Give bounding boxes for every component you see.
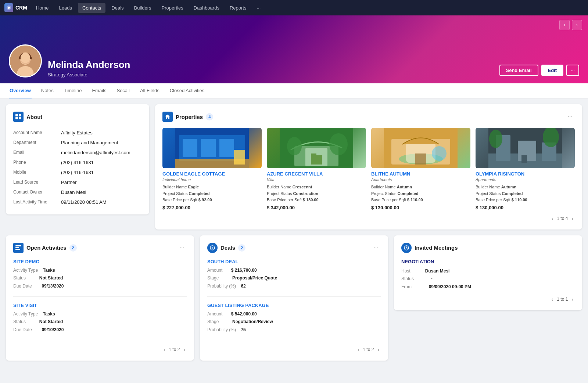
- activities-pagination: ‹ 1 to 2 ›: [13, 346, 187, 353]
- open-activities-card: Open Activities 2 ··· SITE DEMO Activity…: [6, 235, 194, 361]
- meetings-prev-button[interactable]: ‹: [550, 296, 555, 303]
- deal-name-guest[interactable]: GUEST LISTING PACKAGE: [207, 303, 381, 308]
- tab-all-fields[interactable]: All Fields: [139, 83, 160, 98]
- deals-prev-button[interactable]: ‹: [356, 346, 361, 353]
- svg-rect-36: [521, 155, 527, 163]
- about-row-lead-source: Lead Source Partner: [13, 177, 142, 187]
- avatar: [9, 44, 42, 77]
- profile-name: Melinda Anderson: [48, 59, 130, 71]
- property-price-golden-eagle: $ 227,000.00: [162, 205, 262, 210]
- activity-detail-site-visit: Activity Type Tasks Status Not Started D…: [13, 310, 187, 334]
- about-row-department: Department Planning and Management: [13, 138, 142, 148]
- activities-next-button[interactable]: ›: [182, 346, 187, 353]
- property-image-azure: [267, 128, 366, 168]
- property-item-golden-eagle[interactable]: GOLDEN EAGLE COTTAGE Individual home Bui…: [162, 128, 262, 210]
- activities-page-info: 1 to 2: [169, 347, 180, 352]
- property-detail-golden-eagle: Builder Name Eagle Project Status Comple…: [162, 184, 262, 203]
- nav-builders[interactable]: Builders: [130, 3, 156, 13]
- nav-leads[interactable]: Leads: [55, 3, 76, 13]
- about-title: About: [26, 114, 42, 120]
- tab-emails[interactable]: Emails: [91, 83, 107, 98]
- properties-next-button[interactable]: ›: [570, 215, 575, 222]
- nav-properties[interactable]: Properties: [157, 3, 188, 13]
- about-value-lead-source: Partner: [61, 177, 142, 187]
- about-label-activity: Last Activity Time: [13, 197, 61, 207]
- nav-home[interactable]: Home: [32, 3, 53, 13]
- profile-title: Strategy Associate: [48, 72, 130, 77]
- nav-more[interactable]: ···: [252, 3, 265, 13]
- properties-count: 4: [206, 113, 213, 120]
- banner-controls: ‹ ›: [559, 20, 582, 30]
- property-item-blithe[interactable]: BLITHE AUTUMN Apartments Builder Name Au…: [371, 128, 470, 210]
- svg-point-22: [329, 133, 348, 155]
- more-options-button[interactable]: ···: [566, 65, 579, 76]
- property-image-golden-eagle: [162, 128, 262, 168]
- edit-button[interactable]: Edit: [541, 65, 564, 76]
- deals-next-button[interactable]: ›: [376, 346, 381, 353]
- about-icon: [13, 112, 24, 122]
- svg-rect-37: [15, 245, 21, 246]
- activity-name-site-demo[interactable]: SITE DEMO: [13, 259, 187, 264]
- invited-meetings-card: Invited Meetings NEGOTIATION Host Dusan …: [394, 235, 582, 310]
- meetings-card-header: Invited Meetings: [401, 243, 575, 253]
- property-price-azure: $ 342,000.00: [267, 205, 366, 210]
- banner-next-button[interactable]: ›: [572, 20, 582, 30]
- property-item-azure[interactable]: AZURE CRECENT VILLA Villa Builder Name C…: [267, 128, 366, 210]
- svg-rect-38: [15, 247, 19, 248]
- properties-title: Properties: [176, 114, 203, 120]
- deal-item-south: SOUTH DEAL Amount $ 216,700.00 Stage Pro…: [207, 259, 381, 297]
- nav-dashboards[interactable]: Dashboards: [189, 3, 224, 13]
- svg-point-28: [432, 146, 447, 161]
- deals-title: Deals: [220, 245, 235, 251]
- about-label-lead-source: Lead Source: [13, 177, 61, 187]
- svg-rect-11: [183, 139, 197, 157]
- send-email-button[interactable]: Send Email: [499, 65, 538, 76]
- meeting-name-negotiation[interactable]: NEGOTIATION: [401, 259, 575, 264]
- deals-card-header: $ Deals 2 ···: [207, 243, 381, 253]
- deals-menu-button[interactable]: ···: [372, 244, 381, 252]
- meetings-next-button[interactable]: ›: [570, 296, 575, 303]
- activities-menu-button[interactable]: ···: [178, 244, 187, 252]
- activities-prev-button[interactable]: ‹: [162, 346, 167, 353]
- svg-rect-7: [15, 117, 18, 119]
- tab-overview[interactable]: Overview: [9, 83, 32, 98]
- property-price-olympia: $ 130,000.00: [476, 205, 575, 210]
- deal-name-south[interactable]: SOUTH DEAL: [207, 259, 381, 264]
- properties-card-header: Properties 4 ···: [162, 112, 575, 122]
- deal-detail-south: Amount $ 216,700.00 Stage Proposal/Price…: [207, 267, 381, 290]
- svg-rect-6: [19, 114, 21, 116]
- nav-reports[interactable]: Reports: [225, 3, 251, 13]
- property-item-olympia[interactable]: OLYMPIA RISINGTON Apartments Builder Nam…: [476, 128, 575, 210]
- activity-name-site-visit[interactable]: SITE VISIT: [13, 303, 187, 308]
- deals-pagination: ‹ 1 to 2 ›: [207, 346, 381, 353]
- svg-rect-5: [15, 114, 18, 116]
- about-label-mobile: Mobile: [13, 167, 61, 177]
- activity-detail-site-demo: Activity Type Tasks Status Not Started D…: [13, 267, 187, 290]
- properties-menu-button[interactable]: ···: [566, 113, 575, 121]
- properties-prev-button[interactable]: ‹: [550, 215, 555, 222]
- properties-card: Properties 4 ···: [155, 104, 582, 230]
- svg-rect-15: [234, 150, 245, 165]
- about-label-email: Email: [13, 148, 61, 158]
- banner-prev-button[interactable]: ‹: [559, 20, 570, 30]
- nav-deals[interactable]: Deals: [107, 3, 128, 13]
- meetings-title: Invited Meetings: [415, 245, 458, 251]
- svg-point-4: [21, 53, 30, 63]
- svg-rect-20: [316, 155, 322, 165]
- deals-card: $ Deals 2 ··· SOUTH DEAL Amount $ 216,70…: [200, 235, 388, 361]
- tab-notes[interactable]: Notes: [40, 83, 54, 98]
- tab-timeline[interactable]: Timeline: [63, 83, 83, 98]
- tab-social[interactable]: Socail: [116, 83, 130, 98]
- profile-text: Melinda Anderson Strategy Associate: [48, 59, 130, 77]
- tab-closed-activities[interactable]: Closed Activities: [169, 83, 205, 98]
- meeting-detail-negotiation: Host Dusan Mesi Status - From 09/09/2020…: [401, 267, 575, 291]
- svg-rect-39: [15, 249, 20, 250]
- property-detail-blithe: Builder Name Autumn Project Status Compl…: [371, 184, 470, 203]
- logo-icon: [4, 3, 13, 12]
- properties-pagination: ‹ 1 to 4 ›: [162, 215, 575, 222]
- deals-icon: $: [207, 243, 218, 253]
- about-value-activity: 09/11/2020 08:51 AM: [61, 197, 142, 207]
- svg-rect-19: [311, 153, 316, 165]
- nav-contacts[interactable]: Contacts: [78, 3, 105, 13]
- about-row-email: Email melindanderson@affinityest.com: [13, 148, 142, 158]
